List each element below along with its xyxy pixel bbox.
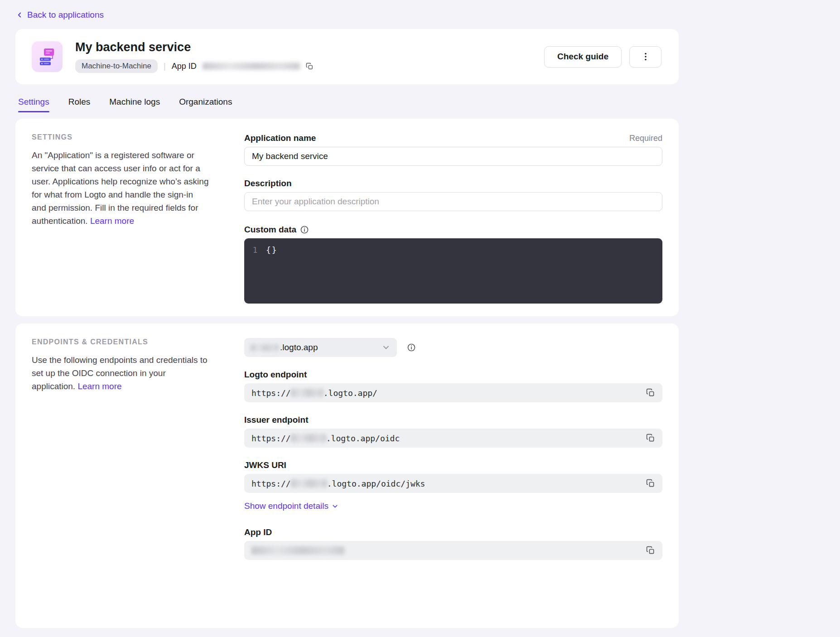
copy-app-id-field-icon[interactable]	[646, 546, 655, 555]
endpoints-card-right: .logto.app Logto endpoint https://.logto…	[244, 338, 662, 560]
header-actions: Check guide	[544, 46, 661, 68]
kebab-menu-icon	[641, 52, 651, 62]
meta-divider: |	[164, 62, 166, 71]
app-id-field-label: App ID	[244, 527, 272, 537]
custom-data-label: Custom data	[244, 225, 309, 235]
endpoint-redacted-segment	[291, 434, 326, 442]
app-header-info: My backend service Machine-to-Machine | …	[75, 40, 314, 73]
logto-endpoint-label: Logto endpoint	[244, 370, 307, 380]
chevron-down-icon	[331, 502, 339, 510]
app-header-card: My backend service Machine-to-Machine | …	[15, 29, 679, 84]
endpoints-learn-more-link[interactable]: Learn more	[77, 381, 121, 391]
endpoint-prefix: https://	[251, 388, 291, 398]
endpoint-prefix: https://	[251, 434, 291, 443]
endpoints-credentials-card: ENDPOINTS & CREDENTIALS Use the followin…	[15, 323, 679, 628]
app-id-field	[244, 541, 662, 560]
settings-learn-more-link[interactable]: Learn more	[90, 216, 134, 226]
copy-app-id-icon[interactable]	[306, 63, 314, 70]
settings-description-text: An "Application" is a registered softwar…	[32, 150, 208, 226]
settings-card: SETTINGS An "Application" is a registere…	[15, 119, 679, 316]
custom-data-label-text: Custom data	[244, 225, 296, 235]
domain-select[interactable]: .logto.app	[244, 338, 397, 357]
endpoint-suffix: .logto.app/oidc	[326, 434, 400, 443]
code-content: {}	[266, 245, 278, 255]
chevron-down-icon	[381, 343, 391, 352]
check-guide-button[interactable]: Check guide	[544, 46, 622, 68]
copy-logto-endpoint-icon[interactable]	[646, 388, 655, 397]
domain-redacted-prefix	[251, 344, 279, 351]
code-line: 1 {}	[244, 245, 662, 255]
endpoint-suffix: .logto.app/	[323, 388, 377, 398]
app-title: My backend service	[75, 40, 314, 54]
endpoint-redacted-segment	[291, 389, 323, 397]
app-meta-row: Machine-to-Machine | App ID	[75, 59, 314, 73]
jwks-uri-field: https://.logto.app/oidc/jwks	[244, 474, 662, 493]
tab-settings[interactable]: Settings	[18, 94, 49, 112]
domain-select-row: .logto.app	[244, 338, 662, 357]
app-type-badge: Machine-to-Machine	[75, 59, 158, 73]
app-id-label: App ID	[172, 62, 197, 71]
logto-endpoint-field: https://.logto.app/	[244, 383, 662, 402]
copy-jwks-uri-icon[interactable]	[646, 479, 655, 488]
more-actions-button[interactable]	[629, 46, 661, 68]
show-endpoint-details-link[interactable]: Show endpoint details	[244, 501, 339, 511]
tab-bar: Settings Roles Machine logs Organization…	[15, 94, 679, 112]
application-name-label: Application name	[244, 133, 316, 143]
endpoint-redacted-segment	[291, 479, 327, 487]
endpoints-card-left: ENDPOINTS & CREDENTIALS Use the followin…	[32, 338, 209, 560]
application-name-input[interactable]	[244, 147, 662, 166]
endpoints-section-heading: ENDPOINTS & CREDENTIALS	[32, 338, 209, 346]
tab-organizations[interactable]: Organizations	[179, 94, 232, 112]
issuer-endpoint-label: Issuer endpoint	[244, 415, 308, 425]
app-id-redacted-value	[203, 63, 300, 70]
issuer-endpoint-field: https://.logto.app/oidc	[244, 429, 662, 448]
required-hint: Required	[629, 134, 662, 143]
endpoint-prefix: https://	[251, 479, 291, 488]
app-logo-icon	[32, 41, 63, 72]
description-label: Description	[244, 179, 292, 188]
domain-info-icon[interactable]	[407, 343, 416, 352]
show-endpoint-details-label: Show endpoint details	[244, 501, 328, 511]
jwks-uri-label: JWKS URI	[244, 460, 286, 470]
application-details-page: Back to applications My backend	[0, 0, 840, 637]
tab-machine-logs[interactable]: Machine logs	[109, 94, 160, 112]
settings-section-description: An "Application" is a registered softwar…	[32, 149, 209, 227]
back-link-label: Back to applications	[27, 10, 104, 20]
chevron-left-icon	[15, 11, 24, 19]
tab-roles[interactable]: Roles	[68, 94, 91, 112]
description-input[interactable]	[244, 192, 662, 211]
settings-card-right: Application name Required Description Cu…	[244, 133, 662, 304]
endpoints-section-description: Use the following endpoints and credenti…	[32, 353, 209, 393]
settings-card-left: SETTINGS An "Application" is a registere…	[32, 133, 209, 304]
line-number: 1	[244, 245, 266, 255]
copy-issuer-endpoint-icon[interactable]	[646, 434, 655, 443]
custom-data-code-editor[interactable]: 1 {}	[244, 238, 662, 304]
endpoint-suffix: .logto.app/oidc/jwks	[327, 479, 425, 488]
app-id-redacted-value	[251, 546, 344, 555]
domain-suffix: .logto.app	[280, 343, 318, 352]
custom-data-info-icon[interactable]	[300, 225, 309, 234]
back-to-applications-link[interactable]: Back to applications	[15, 10, 104, 20]
settings-section-heading: SETTINGS	[32, 133, 209, 141]
